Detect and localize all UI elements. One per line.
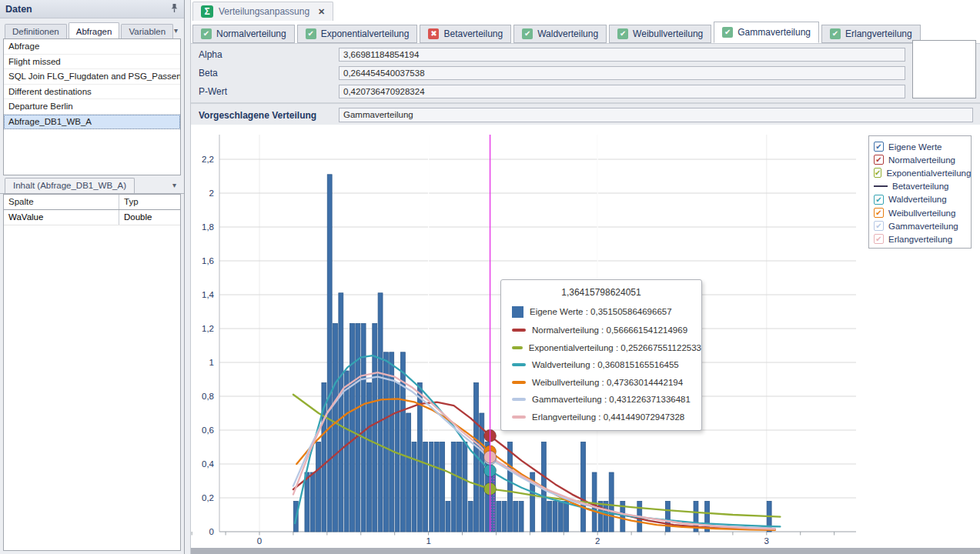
tooltip-item: Gammaverteilung : 0,431226371336481 bbox=[512, 395, 701, 404]
close-icon[interactable]: ✕ bbox=[318, 7, 325, 17]
tooltip-item: Waldverteilung : 0,360815165516455 bbox=[512, 360, 701, 369]
sidebar-tabs-dropdown-icon[interactable]: ▾ bbox=[174, 26, 178, 35]
distribution-tabstrip: ✔ Normalverteilung ✔ Exponentialverteilu… bbox=[191, 21, 980, 43]
pin-icon[interactable] bbox=[170, 3, 179, 15]
legend-item: ✔Weibullverteilung bbox=[874, 206, 971, 219]
svg-text:0,2: 0,2 bbox=[202, 493, 214, 502]
content-dropdown-icon[interactable]: ▾ bbox=[172, 181, 176, 189]
checkbox-icon[interactable]: ✔ bbox=[874, 195, 884, 205]
document-tab-label: Verteilungsanpassung bbox=[219, 6, 309, 17]
tab-weibullverteilung[interactable]: ✔ Weibullverteilung bbox=[609, 25, 711, 43]
parameters-panel: Alpha 3,66981184854194 Beta 0,2644545400… bbox=[191, 43, 980, 102]
tab-verteilungsanpassung[interactable]: Σ Verteilungsanpassung ✕ bbox=[192, 2, 333, 21]
tab-label: Gammaverteilung bbox=[738, 27, 811, 38]
tab-label: Exponentialverteilung bbox=[321, 28, 410, 39]
tooltip-item: Erlangverteilung : 0,441449072947328 bbox=[512, 412, 701, 422]
series-swatch-icon bbox=[512, 381, 526, 384]
checkbox-icon[interactable]: ✔ bbox=[874, 168, 881, 178]
tab-inhalt[interactable]: Inhalt (Abfrage_DB1_WB_A) bbox=[5, 178, 135, 193]
check-icon: ✔ bbox=[201, 28, 212, 39]
series-swatch-icon bbox=[512, 346, 523, 349]
svg-text:1: 1 bbox=[209, 358, 214, 367]
list-item[interactable]: Flight missed bbox=[4, 55, 180, 70]
series-swatch-icon bbox=[512, 398, 526, 401]
checkbox-icon[interactable]: ✔ bbox=[874, 234, 884, 244]
column-header-spalte[interactable]: Spalte bbox=[4, 195, 119, 209]
distribution-chart: 00,20,40,60,811,21,41,61,822,20123 ✔Eige… bbox=[191, 125, 980, 554]
svg-text:1: 1 bbox=[426, 536, 430, 546]
tab-label: Waldverteilung bbox=[537, 28, 598, 39]
check-icon: ✔ bbox=[722, 27, 733, 38]
tab-exponentialverteilung[interactable]: ✔ Exponentialverteilung bbox=[297, 25, 418, 43]
check-icon: ✔ bbox=[830, 28, 841, 39]
tab-variablen[interactable]: Variablen bbox=[121, 24, 173, 39]
svg-text:1,4: 1,4 bbox=[202, 290, 215, 299]
sidebar-header: Daten bbox=[0, 0, 184, 18]
legend-item: ✔Gammaverteilung bbox=[874, 219, 971, 232]
tab-betaverteilung[interactable]: ✖ Betaverteilung bbox=[420, 25, 511, 43]
svg-text:2: 2 bbox=[595, 536, 600, 546]
series-swatch-icon bbox=[512, 306, 523, 318]
sidebar-tabstrip: Definitionen Abfragen Variablen ▾ bbox=[0, 18, 184, 39]
tooltip-item: Exponentialverteilung : 0,25266755112253… bbox=[512, 343, 701, 352]
pwert-field[interactable]: 0,420736470928324 bbox=[339, 85, 905, 98]
alpha-label: Alpha bbox=[199, 49, 222, 60]
beta-label: Beta bbox=[199, 68, 218, 78]
tooltip-item: Normalverteilung : 0,566661541214969 bbox=[512, 325, 701, 335]
checkbox-icon[interactable]: ✔ bbox=[874, 208, 884, 218]
list-item-selected[interactable]: Abfrage_DB1_WB_A bbox=[4, 115, 180, 130]
svg-text:0: 0 bbox=[257, 536, 262, 546]
suggested-distribution-row: Vorgeschlagene Verteilung Gammaverteilun… bbox=[191, 102, 980, 125]
tab-normalverteilung[interactable]: ✔ Normalverteilung bbox=[192, 25, 295, 43]
chart-legend: ✔Eigene Werte ✔Normalverteilung ✔Exponen… bbox=[868, 135, 972, 249]
beta-field[interactable]: 0,264454540037538 bbox=[339, 66, 905, 80]
content-tabstrip: Inhalt (Abfrage_DB1_WB_A) ▾ bbox=[0, 175, 184, 194]
data-sidebar: Daten Definitionen Abfragen Variablen ▾ … bbox=[0, 0, 185, 554]
legend-item: Betaverteilung bbox=[874, 180, 971, 193]
svg-text:2: 2 bbox=[209, 189, 214, 198]
tab-gammaverteilung[interactable]: ✔ Gammaverteilung bbox=[714, 22, 819, 43]
horizontal-scrollbar[interactable] bbox=[191, 548, 980, 554]
list-item[interactable]: Departure Berlin bbox=[4, 99, 180, 115]
column-header-typ[interactable]: Typ bbox=[119, 195, 180, 209]
list-item[interactable]: Different destinations bbox=[4, 85, 180, 100]
series-swatch-icon bbox=[512, 363, 526, 366]
tab-label: Weibullverteilung bbox=[633, 28, 703, 39]
alpha-field[interactable]: 3,66981184854194 bbox=[339, 48, 905, 62]
query-list-header: Abfrage bbox=[4, 39, 180, 55]
check-icon: ✔ bbox=[306, 28, 316, 39]
tooltip-item: Eigene Werte : 0,351505864696657 bbox=[512, 306, 701, 318]
tab-erlangverteilung[interactable]: ✔ Erlangverteilung bbox=[821, 25, 921, 43]
checkbox-icon[interactable]: ✔ bbox=[874, 142, 884, 152]
checkbox-icon[interactable]: ✔ bbox=[874, 155, 884, 165]
legend-item: ✔Eigene Werte bbox=[874, 140, 971, 153]
checkbox-icon[interactable]: ✔ bbox=[874, 221, 884, 231]
tooltip-x-value: 1,36415798624051 bbox=[501, 287, 701, 298]
table-row[interactable]: WaValue Double bbox=[4, 210, 180, 225]
query-list: Abfrage Flight missed SQL Join FLG_Flugd… bbox=[3, 38, 181, 175]
cell-typ: Double bbox=[119, 210, 180, 225]
tab-definitionen[interactable]: Definitionen bbox=[5, 24, 67, 39]
svg-text:0,4: 0,4 bbox=[202, 459, 215, 469]
content-table: Spalte Typ WaValue Double bbox=[3, 194, 181, 551]
legend-item: ✔Exponentialverteilung bbox=[874, 166, 971, 179]
svg-text:1,8: 1,8 bbox=[202, 222, 214, 232]
tab-abfragen[interactable]: Abfragen bbox=[69, 22, 120, 39]
svg-text:0,8: 0,8 bbox=[202, 392, 214, 401]
tab-waldverteilung[interactable]: ✔ Waldverteilung bbox=[513, 25, 607, 43]
tab-label: Normalverteilung bbox=[216, 28, 286, 39]
legend-item: ✔Erlangverteilung bbox=[874, 232, 971, 245]
sidebar-splitter[interactable] bbox=[185, 0, 191, 554]
svg-text:3: 3 bbox=[764, 536, 769, 546]
tab-label: Erlangverteilung bbox=[845, 28, 912, 39]
suggested-distribution-label: Vorgeschlagene Verteilung bbox=[199, 110, 316, 121]
list-item[interactable]: SQL Join FLG_Flugdaten and PSG_Passenger… bbox=[4, 69, 180, 85]
application-window: Daten Definitionen Abfragen Variablen ▾ … bbox=[0, 0, 980, 554]
suggested-distribution-field[interactable]: Gammaverteilung bbox=[339, 108, 973, 122]
check-icon: ✔ bbox=[617, 28, 628, 39]
pwert-label: P-Wert bbox=[199, 86, 227, 97]
svg-text:1,2: 1,2 bbox=[202, 324, 214, 333]
legend-item: ✔Waldverteilung bbox=[874, 193, 971, 206]
document-tabstrip: Σ Verteilungsanpassung ✕ bbox=[191, 0, 980, 21]
svg-text:2,2: 2,2 bbox=[202, 155, 214, 164]
